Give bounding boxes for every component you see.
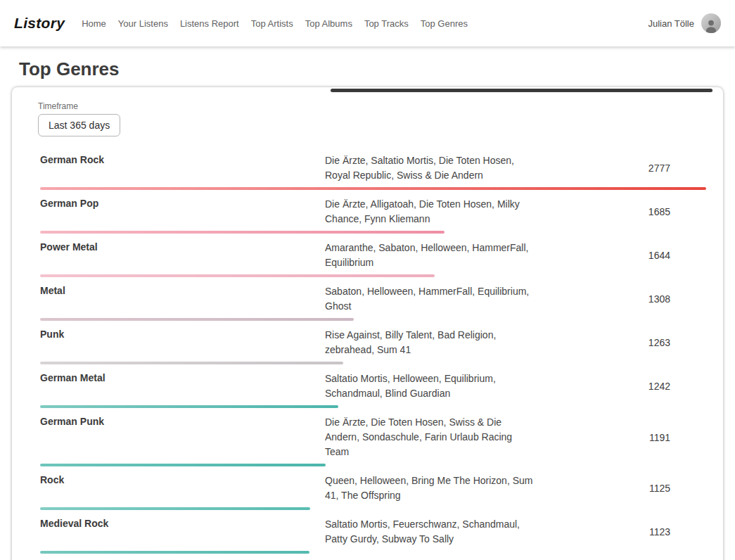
genre-name: German Rock — [40, 153, 325, 165]
horizontal-scrollbar[interactable] — [331, 89, 712, 92]
top-genres-card: Timeframe Last 365 days German Rock Die … — [12, 87, 723, 560]
genre-listen-count: 1125 — [536, 483, 706, 494]
genre-name: Punk — [40, 328, 325, 340]
genre-bar — [40, 362, 343, 364]
nav-item-top-tracks[interactable]: Top Tracks — [364, 18, 409, 29]
genre-listen-count: 2777 — [536, 163, 706, 174]
genre-name: Power Metal — [40, 241, 325, 253]
genre-listen-count: 1644 — [536, 250, 706, 261]
nav-item-home[interactable]: Home — [82, 18, 106, 29]
app-logo[interactable]: Listory — [14, 15, 65, 32]
genre-row: Rock Queen, Helloween, Bring Me The Hori… — [26, 466, 706, 510]
genre-name: German Punk — [40, 415, 325, 427]
genre-listen-count: 1242 — [536, 381, 706, 392]
genre-bar — [40, 464, 326, 466]
genre-listen-count: 1123 — [536, 526, 706, 537]
genre-row: Medieval Rock Saltatio Mortis, Feuerschw… — [26, 510, 706, 554]
genre-top-artists: Saltatio Mortis, Helloween, Equilibrium,… — [325, 371, 536, 401]
genre-top-artists: Die Ärzte, Saltatio Mortis, Die Toten Ho… — [325, 153, 536, 183]
genre-top-artists: Saltatio Mortis, Feuerschwanz, Schandmau… — [325, 517, 536, 547]
user-avatar[interactable] — [701, 13, 721, 33]
genre-listen-count: 1308 — [536, 293, 706, 305]
genre-bar-track — [40, 274, 706, 277]
genre-row: Punk Rise Against, Billy Talent, Bad Rel… — [26, 321, 706, 364]
genre-top-artists: Sabaton, Helloween, HammerFall, Equilibr… — [325, 284, 536, 314]
nav-item-top-artists[interactable]: Top Artists — [251, 18, 293, 29]
top-navbar: Listory Home Your Listens Listens Report… — [0, 0, 735, 46]
nav-item-top-genres[interactable]: Top Genres — [421, 18, 468, 29]
genre-row: German Punk Die Ärzte, Die Toten Hosen, … — [26, 408, 706, 466]
genre-bar-track — [40, 187, 706, 190]
genre-bar-track — [40, 231, 706, 234]
genre-row: German Rock Die Ärzte, Saltatio Mortis, … — [26, 146, 706, 190]
genre-bar-track — [40, 318, 706, 321]
nav-item-your-listens[interactable]: Your Listens — [118, 18, 168, 29]
genre-top-artists: Queen, Helloween, Bring Me The Horizon, … — [325, 473, 536, 503]
genres-table: German Rock Die Ärzte, Saltatio Mortis, … — [26, 146, 706, 560]
genre-row: Power Metal Amaranthe, Sabaton, Hellowee… — [26, 234, 706, 277]
genre-bar — [40, 318, 354, 321]
genre-bar — [40, 507, 310, 510]
user-name[interactable]: Julian Tölle — [648, 18, 694, 29]
genre-bar-track — [40, 362, 706, 364]
genre-name: Rock — [40, 473, 325, 485]
genre-row: Metal Sabaton, Helloween, HammerFall, Eq… — [26, 277, 706, 321]
genre-bar-track — [40, 464, 706, 466]
genre-bar — [40, 274, 435, 277]
genre-top-artists: Die Ärzte, Die Toten Hosen, Swiss & Die … — [325, 415, 536, 459]
genre-top-artists: Rise Against, Billy Talent, Bad Religion… — [325, 328, 536, 357]
nav-item-top-albums[interactable]: Top Albums — [305, 18, 352, 29]
genre-listen-count: 1191 — [536, 432, 706, 443]
main-nav: Home Your Listens Listens Report Top Art… — [82, 18, 648, 29]
page-title: Top Genres — [19, 58, 735, 80]
genre-row: German Metal Saltatio Mortis, Helloween,… — [26, 364, 706, 408]
genre-bar — [40, 551, 309, 554]
genre-bar-track — [40, 507, 706, 510]
genre-top-artists: Die Ärzte, Alligatoah, Die Toten Hosen, … — [325, 197, 536, 227]
genre-listen-count: 1263 — [536, 337, 706, 348]
nav-item-listens-report[interactable]: Listens Report — [180, 18, 239, 29]
timeframe-select[interactable]: Last 365 days — [38, 114, 120, 136]
user-menu[interactable]: Julian Tölle — [648, 13, 721, 33]
genre-bar — [40, 405, 338, 408]
genre-name: German Pop — [40, 197, 325, 209]
person-icon — [703, 18, 719, 33]
genre-bar-track — [40, 551, 706, 554]
timeframe-label: Timeframe — [38, 101, 706, 111]
genre-top-artists: Amaranthe, Sabaton, Helloween, HammerFal… — [325, 241, 536, 270]
genre-name: Metal — [40, 284, 325, 296]
genre-name: German Metal — [40, 371, 325, 383]
genre-bar — [40, 231, 445, 234]
genre-bar-track — [40, 405, 706, 408]
genre-bar — [40, 187, 706, 190]
genre-name: Medieval Rock — [40, 517, 325, 529]
genre-row: Melodic Metal Unleash The Archers, Hello… — [26, 554, 706, 560]
genre-row: German Pop Die Ärzte, Alligatoah, Die To… — [26, 190, 706, 234]
genre-listen-count: 1685 — [536, 206, 706, 217]
